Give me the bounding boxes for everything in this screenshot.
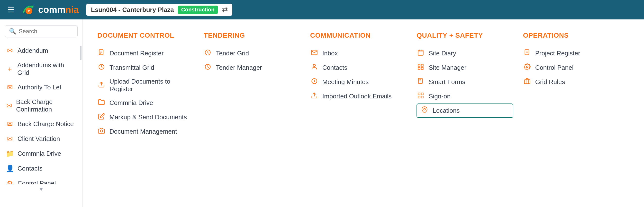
project-name: Lsun004 - Canterbury Plaza xyxy=(91,6,174,13)
menu-item-locations[interactable]: Locations xyxy=(416,103,513,118)
menu-item-upload-documents[interactable]: Upload Documents to Register xyxy=(97,75,194,96)
pencil-icon xyxy=(97,113,106,122)
main-container: 🔍 ✉ Addendum ＋ Addendums with Grid ✉ Aut… xyxy=(0,19,644,207)
project-selector[interactable]: Lsun004 - Canterbury Plaza Construction … xyxy=(86,4,232,16)
doc-icon xyxy=(523,49,531,58)
menu-item-grid-rules[interactable]: Grid Rules xyxy=(523,75,620,89)
folder-icon xyxy=(97,99,106,107)
menu-item-label: Upload Documents to Register xyxy=(110,78,194,93)
menu-item-document-register[interactable]: Document Register xyxy=(97,46,194,60)
sidebar-item-back-charge-notice[interactable]: ✉ Back Charge Notice xyxy=(0,117,82,131)
logo-icon: c xyxy=(22,4,36,16)
menu-item-project-register[interactable]: Project Register xyxy=(523,46,620,60)
sidebar-label: Commnia Drive xyxy=(18,150,61,158)
envelope-icon: ✉ xyxy=(6,83,14,91)
menu-item-label: Markup & Send Documents xyxy=(110,113,187,121)
menu-item-label: Commnia Drive xyxy=(110,99,153,107)
envelope-icon: ✉ xyxy=(6,47,14,55)
sidebar-item-back-charge-confirmation[interactable]: ✉ Back Charge Confirmation xyxy=(0,95,82,117)
project-status-tag: Construction xyxy=(178,5,218,14)
search-icon: 🔍 xyxy=(9,28,16,35)
menu-item-label: Grid Rules xyxy=(535,78,565,86)
folder-icon: 📁 xyxy=(6,150,14,158)
envelope-icon: ✉ xyxy=(6,120,14,128)
swap-icon[interactable]: ⇄ xyxy=(222,6,228,14)
menu-item-smart-forms[interactable]: Smart Forms xyxy=(416,75,513,89)
logo: c commnia xyxy=(22,4,79,16)
sidebar-scrollbar[interactable] xyxy=(80,46,82,60)
sidebar-label: Authority To Let xyxy=(18,84,61,91)
menu-item-transmittal-grid[interactable]: Transmittal Grid xyxy=(97,60,194,75)
menu-item-label: Project Register xyxy=(535,49,580,57)
operations-title: Operations xyxy=(523,31,620,39)
menu-item-label: Document Register xyxy=(110,49,164,57)
menu-item-label: Sign-on xyxy=(429,93,450,100)
menu-item-inbox[interactable]: Inbox xyxy=(310,46,407,60)
sidebar-item-addendums-grid[interactable]: ＋ Addendums with Grid xyxy=(0,58,82,80)
sidebar-item-client-variation[interactable]: ✉ Client Variation xyxy=(0,131,82,146)
doc-icon xyxy=(97,49,106,58)
svg-rect-27 xyxy=(418,93,420,95)
menu-item-sign-on[interactable]: Sign-on xyxy=(416,89,513,103)
search-box[interactable]: 🔍 xyxy=(5,25,78,37)
hamburger-menu[interactable]: ☰ xyxy=(7,5,14,14)
menu-item-document-management[interactable]: Document Management xyxy=(97,124,194,139)
menu-column-tendering: Tendering Tender Grid Tender Manager xyxy=(204,31,310,197)
envelope-icon xyxy=(310,49,318,58)
menu-column-communication: Communication Inbox Contacts xyxy=(310,31,416,197)
svg-point-31 xyxy=(424,108,426,110)
envelope-icon: ✉ xyxy=(6,135,14,143)
menu-item-label: Transmittal Grid xyxy=(110,64,154,71)
svg-point-35 xyxy=(526,66,528,68)
menu-item-label: Site Manager xyxy=(429,64,466,71)
clock-icon xyxy=(204,49,212,58)
menu-item-meeting-minutes[interactable]: Meeting Minutes xyxy=(310,75,407,89)
menu-item-imported-outlook[interactable]: Imported Outlook Emails xyxy=(310,89,407,103)
person-icon: 👤 xyxy=(6,165,14,173)
pin-icon xyxy=(420,106,429,115)
camera-icon xyxy=(97,127,106,136)
calendar-icon xyxy=(416,49,425,58)
menu-item-markup-send[interactable]: Markup & Send Documents xyxy=(97,110,194,124)
clock-icon xyxy=(310,78,318,86)
menu-column-operations: Operations Project Register Control Pane… xyxy=(523,31,630,197)
menu-item-label: Tender Manager xyxy=(216,64,262,71)
menu-item-tender-grid[interactable]: Tender Grid xyxy=(204,46,300,60)
menu-item-label: Tender Grid xyxy=(216,49,249,57)
sidebar-label: Back Charge Notice xyxy=(18,120,74,128)
sidebar-item-contacts[interactable]: 👤 Contacts xyxy=(0,161,82,176)
svg-rect-28 xyxy=(422,93,423,95)
menu-item-site-manager[interactable]: Site Manager xyxy=(416,60,513,75)
doc-control-title: Document Control xyxy=(97,31,194,39)
sidebar-label: Contacts xyxy=(18,165,42,172)
clock-icon xyxy=(97,63,106,72)
menu-item-tender-manager[interactable]: Tender Manager xyxy=(204,60,300,75)
sidebar-item-authority[interactable]: ✉ Authority To Let xyxy=(0,80,82,95)
sidebar-item-control-panel[interactable]: ⚙ Control Panel xyxy=(0,176,82,184)
menu-item-label: Document Management xyxy=(110,128,177,135)
svg-rect-22 xyxy=(422,67,423,69)
quality-safety-title: Quality + Safety xyxy=(416,31,513,39)
menu-item-label: Inbox xyxy=(322,49,338,57)
svg-point-9 xyxy=(100,130,102,132)
sidebar-label: Back Charge Confirmation xyxy=(16,98,77,113)
menu-item-label: Smart Forms xyxy=(429,78,465,86)
gear-icon: ⚙ xyxy=(6,179,14,184)
grid-icon xyxy=(416,92,425,101)
menu-item-label: Meeting Minutes xyxy=(322,78,369,86)
search-input[interactable] xyxy=(19,28,74,35)
menu-item-commnia-drive[interactable]: Commnia Drive xyxy=(97,96,194,110)
menu-column-quality-safety: Quality + Safety Site Diary Site Manager xyxy=(416,31,523,197)
svg-rect-30 xyxy=(422,96,423,98)
gear-icon xyxy=(523,63,531,72)
svg-rect-19 xyxy=(418,64,420,66)
tendering-title: Tendering xyxy=(204,31,300,39)
sidebar-label: Client Variation xyxy=(18,135,60,143)
menu-item-site-diary[interactable]: Site Diary xyxy=(416,46,513,60)
sidebar-item-commnia-drive[interactable]: 📁 Commnia Drive xyxy=(0,146,82,161)
person-icon xyxy=(310,63,318,72)
menu-item-control-panel[interactable]: Control Panel xyxy=(523,60,620,75)
menu-item-contacts[interactable]: Contacts xyxy=(310,60,407,75)
sidebar-item-addendum[interactable]: ✉ Addendum xyxy=(0,43,82,58)
sidebar-scroll-down[interactable]: ▼ xyxy=(0,184,82,194)
